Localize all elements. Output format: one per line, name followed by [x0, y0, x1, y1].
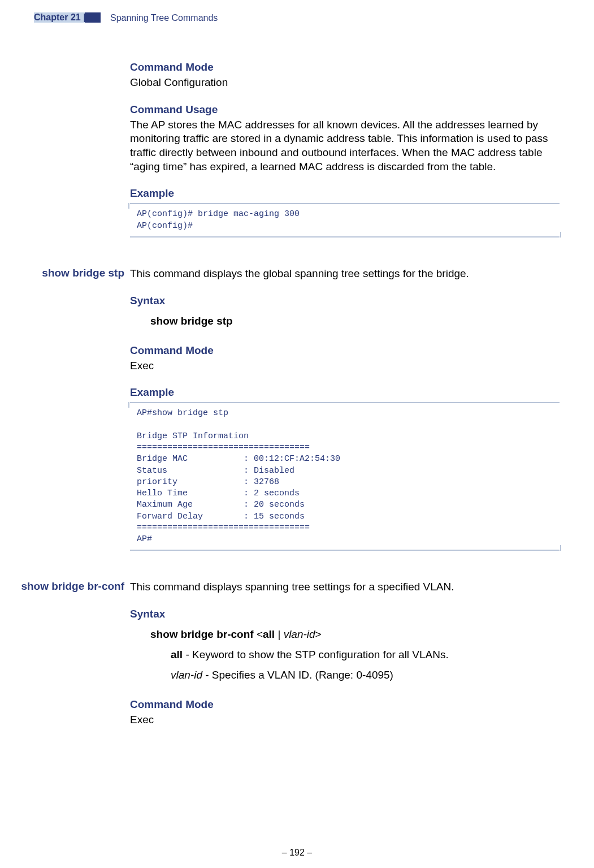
syntax-heading-3: Syntax [130, 608, 560, 620]
show-bridge-br-conf-description: This command displays spanning tree sett… [130, 580, 560, 594]
show-bridge-stp-description: This command displays the global spannin… [130, 267, 560, 281]
chapter-label: Chapter 21 | [34, 12, 85, 23]
section-show-bridge-br-conf: show bridge br-conf This command display… [130, 580, 560, 727]
param-all-text: - Keyword to show the STP configuration … [183, 649, 449, 660]
section-show-bridge-stp: show bridge stp This command displays th… [130, 267, 560, 551]
syntax-angle-close: > [315, 628, 322, 640]
header-accent-dark [85, 12, 101, 23]
command-mode-heading-2: Command Mode [130, 344, 560, 357]
chapter-label-text: Chapter 21 [34, 12, 81, 22]
example-heading-1: Example [130, 187, 560, 200]
chapter-title: Spanning Tree Commands [110, 13, 218, 23]
syntax-pipe: | [275, 628, 284, 640]
syntax-angle-open: < [257, 628, 263, 640]
param-all-line: all - Keyword to show the STP configurat… [130, 649, 560, 661]
syntax-all-keyword: all [263, 628, 275, 640]
page-number: – 192 – [0, 848, 594, 858]
param-vlan-line: vlan-id - Specifies a VLAN ID. (Range: 0… [130, 669, 560, 681]
example-heading-2: Example [130, 386, 560, 399]
syntax-cmd-prefix: show bridge br-conf [150, 628, 257, 640]
example-box-1: AP(config)# bridge mac-aging 300 AP(conf… [130, 203, 560, 237]
command-usage-text: The AP stores the MAC addresses for all … [130, 118, 560, 174]
command-mode-text-2: Exec [130, 359, 560, 373]
example-code-2: AP#show bridge stp Bridge STP Informatio… [137, 408, 553, 545]
command-mode-heading: Command Mode [130, 61, 560, 74]
side-label-show-bridge-br-conf: show bridge br-conf [14, 580, 124, 593]
example-box-2: AP#show bridge stp Bridge STP Informatio… [130, 402, 560, 551]
param-all-bold: all [171, 649, 183, 660]
syntax-vlanid: vlan-id [284, 628, 315, 640]
syntax-heading-2: Syntax [130, 295, 560, 307]
section-command-mode-usage: Command Mode Global Configuration Comman… [130, 61, 560, 237]
syntax-text-2: show bridge stp [150, 315, 233, 327]
example-code-1: AP(config)# bridge mac-aging 300 AP(conf… [137, 209, 553, 232]
command-mode-text: Global Configuration [130, 76, 560, 90]
command-usage-heading: Command Usage [130, 103, 560, 116]
param-vlan-italic: vlan-id [171, 669, 202, 681]
side-label-show-bridge-stp: show bridge stp [31, 267, 124, 279]
command-mode-heading-3: Command Mode [130, 698, 560, 711]
syntax-line-3: show bridge br-conf <all | vlan-id> [130, 628, 560, 641]
param-vlan-text: - Specifies a VLAN ID. (Range: 0-4095) [202, 669, 393, 681]
command-mode-text-3: Exec [130, 713, 560, 727]
